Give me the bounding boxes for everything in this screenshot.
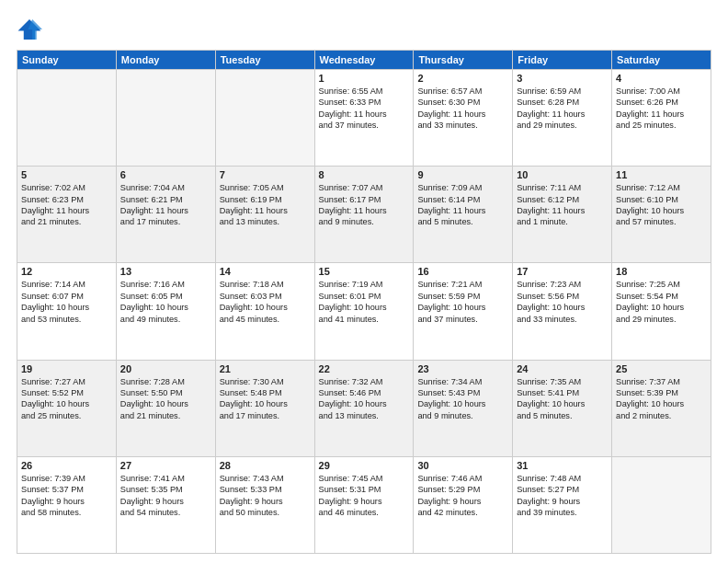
day-detail-line: Sunset: 5:33 PM [220,484,311,495]
calendar-day-cell: 6Sunrise: 7:04 AMSunset: 6:21 PMDaylight… [116,167,215,263]
day-detail-line: Sunset: 5:54 PM [616,291,707,302]
day-detail-line: and 39 minutes. [517,507,608,518]
day-number: 18 [616,266,707,277]
calendar-day-cell: 22Sunrise: 7:32 AMSunset: 5:46 PMDayligh… [314,360,414,456]
day-detail-line: Sunset: 6:21 PM [120,194,211,205]
day-detail-line: Sunrise: 7:28 AM [120,376,211,387]
calendar-day-cell: 30Sunrise: 7:46 AMSunset: 5:29 PMDayligh… [414,456,513,553]
logo [17,17,46,42]
day-detail-line: Sunset: 5:43 PM [417,387,508,398]
day-detail-line: Sunset: 5:37 PM [21,484,112,495]
calendar-week-row: 12Sunrise: 7:14 AMSunset: 6:07 PMDayligh… [17,263,711,360]
day-number: 28 [220,460,311,471]
calendar-day-cell: 19Sunrise: 7:27 AMSunset: 5:52 PMDayligh… [17,360,117,456]
calendar-day-cell: 7Sunrise: 7:05 AMSunset: 6:19 PMDaylight… [215,167,314,263]
day-detail-line: Sunrise: 7:32 AM [319,376,410,387]
day-detail-line: Sunrise: 7:41 AM [120,473,211,484]
day-detail-line: Daylight: 9 hours [220,496,311,507]
day-detail-line: Daylight: 11 hours [517,205,608,216]
day-detail-line: Daylight: 10 hours [220,398,311,409]
day-detail-line: and 37 minutes. [417,314,508,325]
day-number: 10 [517,169,608,180]
day-detail-line: and 5 minutes. [517,410,608,421]
day-detail-line: Daylight: 9 hours [517,496,608,507]
day-detail-line: Daylight: 10 hours [319,398,410,409]
calendar-day-cell: 12Sunrise: 7:14 AMSunset: 6:07 PMDayligh… [17,263,117,360]
day-detail-line: Daylight: 9 hours [417,496,508,507]
day-detail-line: Daylight: 10 hours [21,398,112,409]
day-number: 14 [220,266,311,277]
day-header-monday: Monday [116,51,215,70]
day-detail-line: Daylight: 11 hours [120,205,211,216]
day-detail-line: Daylight: 10 hours [120,302,211,313]
calendar-day-cell: 21Sunrise: 7:30 AMSunset: 5:48 PMDayligh… [215,360,314,456]
day-detail-line: Daylight: 10 hours [220,302,311,313]
day-detail-line: Sunrise: 7:12 AM [616,182,707,193]
day-detail-line: Sunset: 6:30 PM [417,97,508,108]
day-detail-line: Sunset: 5:59 PM [417,291,508,302]
day-detail-line: Sunrise: 7:09 AM [417,182,508,193]
calendar-day-cell: 16Sunrise: 7:21 AMSunset: 5:59 PMDayligh… [414,263,513,360]
day-detail-line: Daylight: 11 hours [319,205,410,216]
day-number: 23 [417,363,508,374]
day-detail-line: and 13 minutes. [319,410,410,421]
day-detail-line: Sunset: 6:10 PM [616,194,707,205]
day-number: 21 [220,363,311,374]
day-detail-line: Daylight: 10 hours [616,205,707,216]
day-detail-line: and 21 minutes. [21,216,112,227]
calendar-day-cell: 4Sunrise: 7:00 AMSunset: 6:26 PMDaylight… [612,70,711,167]
day-detail-line: Daylight: 10 hours [319,302,410,313]
day-number: 31 [517,460,608,471]
day-detail-line: and 33 minutes. [517,314,608,325]
day-number: 2 [417,73,508,84]
day-detail-line: and 42 minutes. [417,507,508,518]
day-number: 11 [616,169,707,180]
day-detail-line: Sunrise: 7:45 AM [319,473,410,484]
day-detail-line: and 29 minutes. [616,314,707,325]
day-header-wednesday: Wednesday [314,51,414,70]
day-detail-line: Sunrise: 6:59 AM [517,86,608,97]
day-detail-line: Daylight: 10 hours [417,398,508,409]
day-detail-line: Sunrise: 6:57 AM [417,86,508,97]
day-detail-line: Sunrise: 7:14 AM [21,279,112,290]
day-detail-line: Sunset: 5:39 PM [616,387,707,398]
day-number: 17 [517,266,608,277]
day-detail-line: Daylight: 9 hours [21,496,112,507]
day-detail-line: Sunrise: 7:37 AM [616,376,707,387]
day-detail-line: and 45 minutes. [220,314,311,325]
day-detail-line: and 33 minutes. [417,120,508,131]
day-detail-line: Sunrise: 7:16 AM [120,279,211,290]
day-header-saturday: Saturday [612,51,711,70]
day-number: 24 [517,363,608,374]
day-detail-line: Sunrise: 7:19 AM [319,279,410,290]
day-header-sunday: Sunday [17,51,117,70]
day-detail-line: Sunrise: 7:00 AM [616,86,707,97]
calendar-table: SundayMondayTuesdayWednesdayThursdayFrid… [17,50,711,554]
day-detail-line: and 46 minutes. [319,507,410,518]
day-detail-line: Sunrise: 7:35 AM [517,376,608,387]
day-number: 12 [21,266,112,277]
day-detail-line: and 9 minutes. [319,216,410,227]
calendar-header-row: SundayMondayTuesdayWednesdayThursdayFrid… [17,51,711,70]
day-detail-line: Sunset: 5:56 PM [517,291,608,302]
day-detail-line: Sunset: 6:05 PM [120,291,211,302]
day-detail-line: Sunrise: 7:43 AM [220,473,311,484]
day-detail-line: and 57 minutes. [616,216,707,227]
day-detail-line: Sunset: 5:46 PM [319,387,410,398]
day-detail-line: Sunset: 5:50 PM [120,387,211,398]
header [17,17,711,42]
day-detail-line: Sunrise: 7:04 AM [120,182,211,193]
logo-icon [17,17,42,42]
calendar-day-cell: 24Sunrise: 7:35 AMSunset: 5:41 PMDayligh… [513,360,612,456]
day-detail-line: Sunset: 6:14 PM [417,194,508,205]
day-detail-line: and 37 minutes. [319,120,410,131]
day-detail-line: Sunset: 5:41 PM [517,387,608,398]
day-detail-line: and 41 minutes. [319,314,410,325]
calendar-day-cell: 23Sunrise: 7:34 AMSunset: 5:43 PMDayligh… [414,360,513,456]
day-number: 27 [120,460,211,471]
day-number: 19 [21,363,112,374]
calendar-week-row: 26Sunrise: 7:39 AMSunset: 5:37 PMDayligh… [17,456,711,553]
day-header-tuesday: Tuesday [215,51,314,70]
day-detail-line: Sunset: 6:23 PM [21,194,112,205]
day-number: 25 [616,363,707,374]
